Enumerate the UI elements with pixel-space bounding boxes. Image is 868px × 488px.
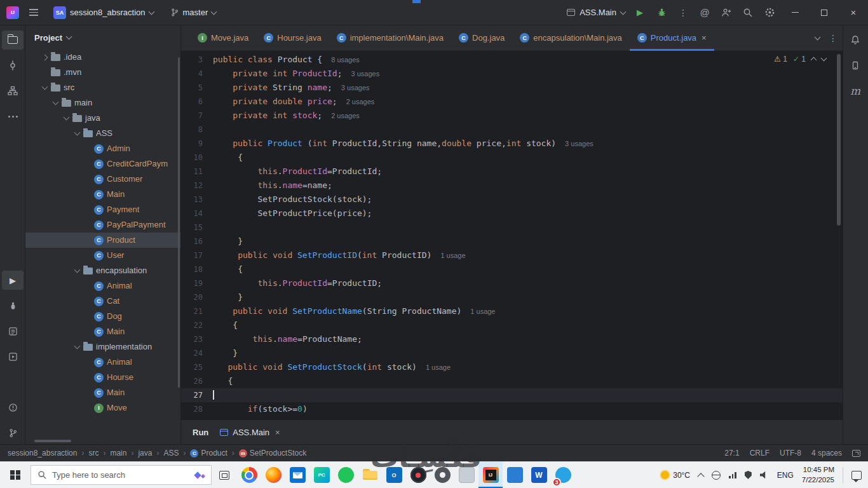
project-tree-item[interactable]: CMain [25, 324, 180, 339]
notifications-button[interactable] [844, 30, 866, 50]
code-line[interactable]: 17public void SetProductID(int ProductID… [181, 248, 843, 262]
taskbar-app-outlook[interactable]: O [382, 462, 406, 488]
tree-chevron-icon[interactable] [72, 346, 82, 348]
previous-problem-icon[interactable] [811, 57, 817, 64]
project-tree-item[interactable]: main [25, 95, 180, 111]
file-encoding[interactable]: UTF-8 [780, 449, 801, 458]
editor-tab[interactable]: CProduct.java× [630, 25, 714, 50]
line-number[interactable]: 12 [181, 179, 213, 193]
running-devices-button[interactable] [844, 56, 866, 75]
breadcrumb-item[interactable]: ASS [163, 449, 179, 458]
language-indicator[interactable]: ENG [777, 471, 794, 480]
line-number[interactable]: 11 [181, 165, 213, 179]
project-tree-item[interactable]: CMain [25, 385, 180, 400]
code-line[interactable]: 21public void SetProductName(String Prod… [181, 304, 843, 318]
taskbar-app-green-app[interactable] [334, 462, 358, 488]
usages-hint[interactable]: 1 usage [470, 308, 495, 315]
tree-chevron-icon[interactable] [62, 117, 71, 119]
invite-user-button[interactable] [715, 3, 737, 22]
code-line[interactable]: 16} [181, 234, 843, 248]
line-number[interactable]: 26 [181, 374, 213, 388]
tab-options-icon[interactable]: ⋮ [829, 33, 837, 43]
breadcrumb-item[interactable]: CProduct [190, 449, 227, 458]
action-center-icon[interactable] [851, 471, 862, 480]
line-number[interactable]: 25 [181, 360, 213, 374]
project-tree-item[interactable]: CUser [25, 248, 180, 263]
taskbar-app-file-explorer[interactable] [358, 462, 382, 488]
volume-icon[interactable] [760, 471, 769, 479]
editor-tab[interactable]: CHourse.java [256, 25, 329, 50]
project-selector[interactable]: SA session8_absraction [48, 4, 159, 22]
line-number[interactable]: 21 [181, 304, 213, 318]
taskbar-app-firefox[interactable] [261, 462, 285, 488]
hidden-tabs-icon[interactable] [815, 34, 821, 40]
usages-hint[interactable]: 2 usages [331, 112, 360, 119]
project-tool-button[interactable] [2, 30, 24, 50]
taskbar-app-recorder[interactable] [406, 462, 430, 488]
usages-hint[interactable]: 3 usages [341, 84, 370, 92]
run-button[interactable]: ▶ [629, 3, 651, 22]
debug-button[interactable] [651, 3, 672, 22]
project-tree-item[interactable]: .mvn [25, 65, 180, 80]
code-line[interactable]: 20} [181, 290, 843, 304]
project-tree-item[interactable]: CCreditCardPaym [25, 156, 180, 172]
todo-tool-window-button[interactable] [2, 322, 24, 341]
taskbar-search[interactable]: Type here to search [31, 465, 212, 485]
line-number[interactable]: 5 [181, 81, 213, 95]
detach-icon[interactable] [852, 450, 860, 457]
maximize-button[interactable] [810, 0, 839, 25]
inspection-widget[interactable]: ⚠ 1 ✓ 1 [774, 55, 826, 64]
commit-tool-button[interactable] [2, 56, 24, 75]
taskbar-app-chrome[interactable] [237, 462, 261, 488]
taskbar-app-mail[interactable] [285, 462, 309, 488]
code-line[interactable]: 18{ [181, 262, 843, 276]
more-tools-button[interactable] [2, 107, 24, 126]
line-number[interactable]: 7 [181, 109, 213, 123]
minimize-button[interactable] [780, 0, 810, 25]
usages-hint[interactable]: 1 usage [426, 363, 451, 371]
breadcrumb-item[interactable]: main [110, 449, 126, 458]
close-icon[interactable]: × [275, 428, 280, 437]
line-number[interactable]: 17 [181, 248, 213, 262]
editor-tab[interactable]: Cencapsulation\Main.java [512, 25, 629, 50]
line-number[interactable]: 23 [181, 332, 213, 346]
editor-tab[interactable]: IMove.java [190, 25, 256, 50]
code-line[interactable]: 10{ [181, 151, 843, 165]
line-number[interactable]: 13 [181, 193, 213, 207]
terminal-tool-window-button[interactable] [2, 372, 24, 391]
code-line[interactable]: 9public Product (int ProductId,String na… [181, 137, 843, 151]
line-number[interactable]: 20 [181, 290, 213, 304]
code-line[interactable]: 7private int stock;2 usages [181, 109, 843, 123]
editor-tab[interactable]: CDog.java [451, 25, 512, 50]
project-panel-header[interactable]: Project [25, 25, 180, 50]
breadcrumb-item[interactable]: src [88, 449, 98, 458]
line-number[interactable]: 28 [181, 402, 213, 416]
code-line[interactable]: 23this.name=ProductName; [181, 332, 843, 346]
code-line[interactable]: 8 [181, 123, 843, 137]
next-problem-icon[interactable] [821, 55, 827, 62]
project-tree-item[interactable]: CAnimal [25, 355, 180, 370]
project-tree-item[interactable]: CHourse [25, 370, 180, 385]
code-line[interactable]: 24} [181, 346, 843, 360]
close-button[interactable]: × [839, 0, 868, 25]
project-vertical-scrollbar[interactable] [178, 57, 180, 388]
code-with-me-button[interactable]: @ [694, 3, 715, 22]
line-number[interactable]: 10 [181, 151, 213, 165]
run-tool-window-button[interactable]: ▶ [2, 271, 24, 290]
code-line[interactable]: 22{ [181, 318, 843, 332]
task-view-button[interactable] [212, 462, 237, 488]
tree-chevron-icon[interactable] [40, 86, 50, 89]
project-tree-item[interactable]: src [25, 80, 180, 95]
tree-chevron-icon[interactable] [72, 132, 82, 135]
clock[interactable]: 10:45 PM 7/22/2025 [802, 465, 834, 485]
taskbar-app-gray-app[interactable] [454, 462, 478, 488]
breadcrumb-item[interactable]: session8_absraction [8, 449, 77, 458]
tree-chevron-icon[interactable] [72, 269, 82, 272]
code-line[interactable]: 5private String name;3 usages [181, 81, 843, 95]
code-line[interactable]: 19this.ProductId=ProductID; [181, 276, 843, 290]
taskbar-app-chat[interactable]: 3 [551, 462, 575, 488]
version-control-tool-button[interactable] [2, 423, 24, 442]
usages-hint[interactable]: 2 usages [346, 98, 375, 105]
debug-tool-window-button[interactable] [2, 296, 24, 315]
code-line[interactable]: 14SetProductPrice(price); [181, 207, 843, 220]
